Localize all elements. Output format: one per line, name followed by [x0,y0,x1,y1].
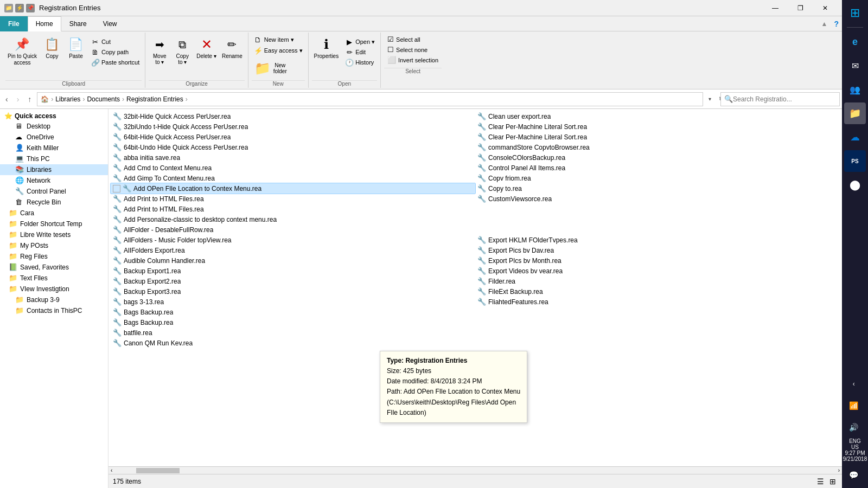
list-item[interactable]: 🔧 64bit-Hide Quick Access PerUser.rea [111,132,475,142]
list-item[interactable]: 🔧 Add Gimp To Context Menu.rea [111,173,475,183]
scrollbar-track[interactable] [114,468,835,473]
list-item[interactable]: 🔧 Clear Per-Machine Literal Sort.rea [475,132,840,142]
tab-share[interactable]: Share [61,16,95,31]
tab-view[interactable]: View [95,16,125,31]
list-item[interactable]: 🔧 FileExt Backup.rea [475,286,840,297]
sidebar-item-contacts-in-thispc[interactable]: 📁 Contacts in ThisPC [0,305,108,316]
minimize-button[interactable]: — [763,0,788,16]
search-box[interactable]: 🔍 [720,92,840,106]
sidebar-item-keith-miller[interactable]: 👤 Keith Miller [0,143,108,153]
list-item-selected[interactable]: 🔧 Add OPen FIle Location to Contex Menu.… [111,183,475,194]
sidebar-item-network[interactable]: 🌐 Network [0,175,108,186]
close-button[interactable]: ✕ [813,0,838,16]
breadcrumb-current[interactable]: Registration Entries [126,95,183,103]
list-item[interactable]: 🔧 Copy to.rea [475,183,840,194]
tab-home[interactable]: Home [28,16,61,31]
sidebar-item-saved-favorites[interactable]: 📗 Saved, Favorites [0,262,108,273]
list-item[interactable]: 🔧 Backup Export1.rea [111,266,475,276]
properties-button[interactable]: ℹ Properties [312,35,341,60]
language-indicator[interactable]: ENGUS [843,438,867,450]
list-item[interactable]: 🔧 32biUndo t-Hide Quick Access PerUser.r… [111,121,475,132]
list-item[interactable]: 🔧 Filder.rea [475,276,840,286]
list-item[interactable]: 🔧 CustomViewsorce.rea [475,194,840,204]
sidebar-item-view-investigtion[interactable]: 📁 VIew Investigtion [0,284,108,294]
history-button[interactable]: 🕐 History [343,57,377,67]
list-item[interactable]: 🔧 FliahtedFeatures.rea [475,297,840,307]
list-item[interactable]: 🔧 Canon QM Run Kev.rea [111,338,475,348]
large-icons-view-button[interactable]: ⊞ [828,477,838,486]
taskbar-azure-button[interactable]: ☁ [844,126,866,148]
list-item[interactable]: 🔧 Export Pics bv Dav.rea [475,245,840,255]
horizontal-scrollbar[interactable]: ‹ › [108,466,842,474]
open-button[interactable]: ▶ Open ▾ [343,37,377,47]
list-item[interactable]: 🔧 Clear Per-Machine Literal Sort.rea [475,121,840,132]
list-item[interactable]: 🔧 ConsoleCOlorsBackup.rea [475,152,840,163]
sidebar-item-this-pc[interactable]: 💻 This PC [0,153,108,164]
sidebar-item-reg-files[interactable]: 📁 Reg Files [0,251,108,262]
search-input[interactable] [733,95,831,103]
back-button[interactable]: ‹ [2,93,11,106]
invert-selection-button[interactable]: ⬜ Invert selection [385,55,441,65]
new-item-button[interactable]: 🗋 New item ▾ [252,35,296,44]
list-item[interactable]: 🔧 AllFolders - Music Folder topView.rea [111,235,475,245]
paste-shortcut-button[interactable]: 🔗 Paste shortcut [89,57,142,67]
list-item[interactable]: 🔧 Clean user export.rea [475,111,840,121]
sidebar-item-control-panel[interactable]: 🔧 Control Panel [0,186,108,197]
list-item[interactable]: 🔧 Backup Export3.rea [111,286,475,297]
list-item[interactable]: 🔧 batfile.rea [111,328,475,338]
list-item[interactable]: 🔧 AllFolder - DesableFullRow.rea [111,224,475,235]
copy-path-button[interactable]: 🗎 Copy path [89,47,142,57]
address-dropdown[interactable]: ▾ [705,93,714,105]
list-item[interactable]: 🔧 bags 3-13.rea [111,297,475,307]
list-item[interactable]: 🔧 Add Personalize-classic to desktop con… [111,214,475,224]
move-to-button[interactable]: ➡ Moveto ▾ [149,35,170,66]
breadcrumb[interactable]: 🏠 › Libraries › Documents › Registration… [37,92,703,106]
forward-button[interactable]: › [14,93,23,106]
list-item[interactable]: 🔧 Bags Backup.rea [111,317,475,328]
new-folder-button[interactable]: 📁 Newfolder [252,59,289,78]
cut-button[interactable]: ✂ Cut [89,37,142,47]
sidebar-item-folder-shortcut-temp[interactable]: 📁 Folder Shortcut Temp [0,219,108,229]
clock[interactable]: 9:27 PM9/21/2018 [843,450,867,464]
sidebar-item-libre-write-tesets[interactable]: 📁 Libre Write tesets [0,229,108,240]
scroll-left-button[interactable]: ‹ [108,467,114,473]
copy-button[interactable]: 📋 Copy [41,35,63,60]
up-button[interactable]: ↑ [24,93,35,106]
sidebar-item-libraries[interactable]: 📚 Libraries [0,164,108,175]
list-item[interactable]: 🔧 32bit-Hide Quick Access PerUser.rea [111,111,475,121]
network-systray-icon[interactable]: 📶 [843,395,865,416]
easy-access-button[interactable]: ⚡ Easy access ▾ [252,46,305,55]
sidebar-item-cara[interactable]: 📁 Cara [0,208,108,219]
list-item[interactable]: 🔧 Backup Export2.rea [111,276,475,286]
list-item[interactable]: 🔧 Add Print to HTML Files.rea [111,204,475,214]
sidebar-item-my-posts[interactable]: 📁 My POsts [0,240,108,251]
details-view-button[interactable]: ☰ [815,477,826,486]
list-item[interactable]: 🔧 64bit-Undo Hide Quick Access PerUser.r… [111,142,475,152]
list-item[interactable]: 🔧 Add Print to HTML Files.rea [111,194,475,204]
notification-button[interactable]: 💬 [843,464,865,486]
list-item[interactable]: 🔧 Add Cmd to Context Menu.rea [111,163,475,173]
list-item[interactable]: 🔧 Export HKLM FOlderTvpes.rea [475,235,840,245]
select-all-button[interactable]: ☑ Select all [385,35,441,44]
maximize-button[interactable]: ❐ [788,0,813,16]
taskbar-people-button[interactable]: 👥 [844,79,866,100]
copy-to-button[interactable]: ⧉ Copyto ▾ [171,35,193,66]
delete-button[interactable]: ✕ Delete ▾ [194,35,219,60]
breadcrumb-documents[interactable]: Documents [87,95,120,103]
sidebar-item-backup-3-9[interactable]: 📁 Backup 3-9 [0,294,108,305]
taskbar-edge-button[interactable]: e [844,31,866,53]
sidebar-item-desktop[interactable]: 🖥 Desktop [0,121,108,132]
sidebar-item-text-files[interactable]: 📁 Text Flles [0,273,108,284]
list-item[interactable]: 🔧 Copv friom.rea [475,173,840,183]
edit-button[interactable]: ✏ Edit [343,47,377,57]
taskbar-explorer-button[interactable]: 📁 [844,102,866,124]
list-item[interactable]: 🔧 Export Videos bv vear.rea [475,266,840,276]
list-item[interactable]: 🔧 Export PIcs bv Month.rea [475,255,840,266]
list-item[interactable]: 🔧 abba initia save.rea [111,152,475,163]
list-item[interactable]: 🔧 Audible Column Handler.rea [111,255,475,266]
tab-file[interactable]: File [0,16,28,31]
scroll-right-button[interactable]: › [836,467,842,473]
select-none-button[interactable]: ☐ Select none [385,45,441,54]
rename-button[interactable]: ✏ Rename [220,35,245,60]
start-button[interactable]: ⊞ [844,2,866,24]
